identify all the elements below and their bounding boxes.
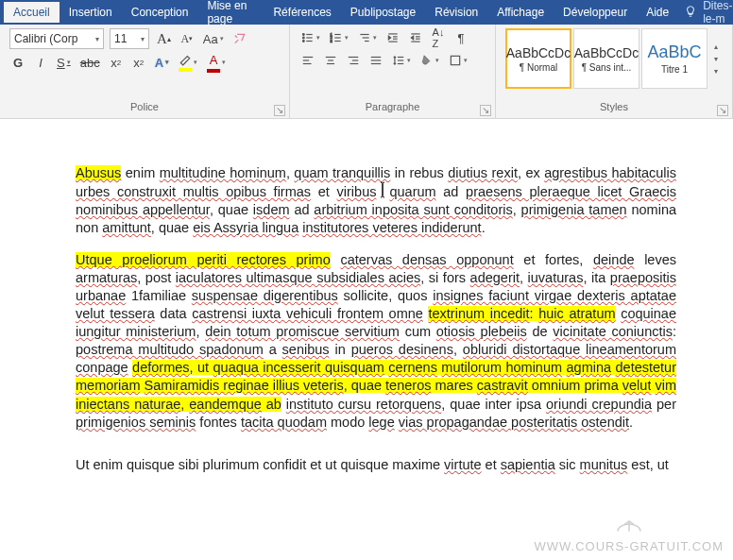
tab-revision[interactable]: Révision xyxy=(425,2,487,23)
multilevel-list-button[interactable]: ▾ xyxy=(356,28,379,47)
tab-accueil[interactable]: Accueil xyxy=(4,2,60,23)
styles-more-button[interactable]: ▾ xyxy=(714,67,718,76)
sort-button[interactable]: A↓Z xyxy=(430,28,447,47)
grow-font-button[interactable]: A▴ xyxy=(155,29,173,48)
svg-point-0 xyxy=(302,34,304,36)
increase-indent-button[interactable] xyxy=(407,28,424,47)
font-size-combo[interactable]: 11▾ xyxy=(110,28,149,49)
borders-button[interactable]: ▾ xyxy=(447,51,469,70)
group-paragraph-title: Paragraphe xyxy=(299,99,486,116)
svg-rect-40 xyxy=(451,56,459,64)
tab-developpeur[interactable]: Développeur xyxy=(554,2,637,23)
strikethrough-button[interactable]: abc xyxy=(78,53,102,72)
svg-text:3: 3 xyxy=(331,39,333,43)
align-center-button[interactable] xyxy=(322,51,339,70)
numbering-button[interactable]: 123▾ xyxy=(328,28,350,47)
group-font-title: Police xyxy=(9,99,280,116)
font-color-button[interactable]: A ▾ xyxy=(205,53,228,72)
styles-scroll: ▴ ▾ ▾ xyxy=(709,28,723,89)
align-right-button[interactable] xyxy=(345,51,362,70)
subscript-button[interactable]: x2 xyxy=(108,53,125,72)
highlight-button[interactable]: ▾ xyxy=(177,53,199,72)
styles-down-button[interactable]: ▾ xyxy=(714,55,718,63)
clear-formatting-button[interactable] xyxy=(231,29,248,48)
tellme-label: Dites-le-m xyxy=(703,0,733,25)
change-case-button[interactable]: Aa▾ xyxy=(201,29,226,48)
tab-affichage[interactable]: Affichage xyxy=(487,2,554,23)
paragraph-dialog-launcher[interactable]: ↘ xyxy=(480,105,491,116)
ribbon: Calibri (Corp▾ 11▾ A▴ A▾ Aa▾ G I S▾ abc … xyxy=(0,25,733,119)
group-styles: AaBbCcDc ¶ Normal AaBbCcDc ¶ Sans int...… xyxy=(496,25,733,118)
document-area[interactable]: Abusus enim multitudine hominum, quam tr… xyxy=(0,119,733,560)
shading-button[interactable]: ▾ xyxy=(418,51,441,70)
svg-point-2 xyxy=(302,37,304,39)
svg-marker-24 xyxy=(411,36,413,40)
styles-gallery: AaBbCcDc ¶ Normal AaBbCcDc ¶ Sans int...… xyxy=(505,28,723,89)
lightbulb-icon xyxy=(684,5,697,21)
justify-button[interactable] xyxy=(367,51,384,70)
svg-marker-19 xyxy=(388,36,390,40)
style-normal[interactable]: AaBbCcDc ¶ Normal xyxy=(505,28,571,89)
tab-publipostage[interactable]: Publipostage xyxy=(341,2,425,23)
ribbon-tabs: Accueil Insertion Conception Mise en pag… xyxy=(0,0,733,25)
line-spacing-button[interactable]: ▾ xyxy=(390,51,413,70)
bold-button[interactable]: G xyxy=(9,53,26,72)
style-titre1[interactable]: AaBbC Titre 1 xyxy=(641,28,707,89)
tab-insertion[interactable]: Insertion xyxy=(60,2,122,23)
text-cursor-icon xyxy=(376,182,389,199)
align-left-button[interactable] xyxy=(299,51,316,70)
tab-aide[interactable]: Aide xyxy=(637,2,678,23)
italic-button[interactable]: I xyxy=(32,53,49,72)
tab-conception[interactable]: Conception xyxy=(122,2,198,23)
decrease-indent-button[interactable] xyxy=(384,28,401,47)
tab-references[interactable]: Références xyxy=(264,2,340,23)
svg-point-4 xyxy=(302,41,304,42)
tellme-search[interactable]: Dites-le-m xyxy=(684,0,733,25)
style-sans-interligne[interactable]: AaBbCcDc ¶ Sans int... xyxy=(573,28,639,89)
group-font: Calibri (Corp▾ 11▾ A▴ A▾ Aa▾ G I S▾ abc … xyxy=(0,25,290,118)
font-dialog-launcher[interactable]: ↘ xyxy=(274,105,285,116)
watermark: WWW.COURS-GRATUIT.COM xyxy=(534,516,724,554)
styles-dialog-launcher[interactable]: ↘ xyxy=(717,105,728,116)
shrink-font-button[interactable]: A▾ xyxy=(179,29,196,48)
bullets-button[interactable]: ▾ xyxy=(299,28,322,47)
text-effects-button[interactable]: A▾ xyxy=(153,53,171,72)
paragraph-2: Utque proeliorum periti rectores primo c… xyxy=(76,251,676,432)
underline-button[interactable]: S▾ xyxy=(55,53,73,72)
paragraph-1: Abusus enim multitudine hominum, quam tr… xyxy=(76,164,676,238)
styles-up-button[interactable]: ▴ xyxy=(714,42,718,51)
group-paragraph: ▾ 123▾ ▾ A↓Z ¶ ▾ ▾ ▾ Paragraphe ↘ xyxy=(290,25,496,118)
group-styles-title: Styles xyxy=(505,99,723,116)
font-name-combo[interactable]: Calibri (Corp▾ xyxy=(9,28,104,49)
show-marks-button[interactable]: ¶ xyxy=(452,28,469,47)
superscript-button[interactable]: x2 xyxy=(130,53,147,72)
paragraph-3: Ut enim quisque sibi plurimum confidit e… xyxy=(76,456,676,474)
